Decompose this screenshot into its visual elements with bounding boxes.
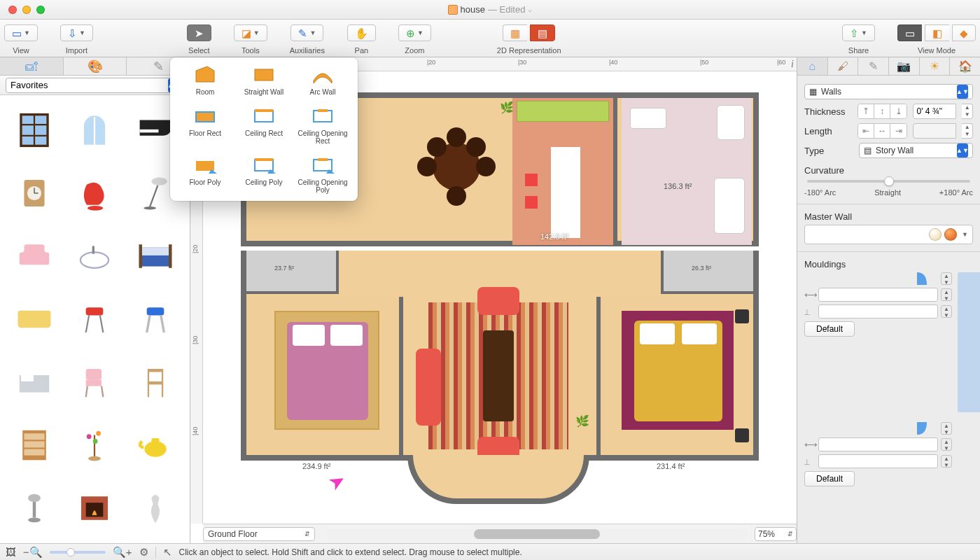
library-tab-materials[interactable]: 🎨 [64, 57, 127, 75]
library-item-window-grid[interactable] [9, 108, 59, 152]
wall-type-select[interactable]: ▤Story Wall ▲▼ [859, 143, 973, 158]
import-button[interactable]: ⇩▼ [60, 24, 93, 41]
inspector-tab-building[interactable]: ⌂ [797, 57, 828, 75]
ruler-v-tick: |20 [192, 245, 199, 253]
length-align-segment[interactable]: ⇤↔⇥ [858, 123, 908, 139]
title-menu-chevron-icon[interactable]: ⌵ [528, 6, 532, 13]
mould-bl-default-button[interactable]: Default [804, 471, 855, 486]
rep2d-alt-button[interactable]: ▤ [530, 24, 555, 41]
library-item-teapot[interactable] [130, 424, 181, 467]
svg-line-30 [147, 315, 150, 332]
library-item-wood-chair[interactable] [130, 360, 181, 404]
mould-bl-width-stepper[interactable]: ▲▼ [941, 438, 952, 451]
wall-tool-icon: ◪ [241, 28, 251, 38]
settings-gear-icon[interactable]: ⚙ [139, 547, 148, 557]
mould-bl-height-input[interactable] [818, 454, 938, 468]
mould-tl-width-stepper[interactable]: ▲▼ [941, 288, 952, 301]
mould-tl-width-input[interactable] [818, 288, 938, 302]
mould-bl-shape-stepper[interactable]: ▲▼ [941, 422, 952, 435]
tool-ceiling-opening-poly[interactable]: Ceiling Opening Poly [295, 155, 351, 194]
zoom-out-icon[interactable]: −🔍 [23, 547, 43, 557]
window-close-icon[interactable] [8, 6, 17, 14]
zoom-button[interactable]: ⊕▼ [398, 24, 431, 41]
inspector-section-select[interactable]: ▦Walls ▲▼ [804, 84, 973, 99]
inspector-tab-paint[interactable]: 🖌 [828, 57, 859, 75]
room-area-bath: 136.3 ft² [664, 182, 692, 190]
curvature-slider[interactable] [807, 180, 970, 183]
library-tab-furniture[interactable]: 🛋 [0, 57, 64, 75]
library-category-select[interactable]: Favorites ▲▼ [6, 78, 184, 93]
mode-3d-icon: ◧ [932, 28, 942, 38]
mould-tl-default-button[interactable]: Default [804, 321, 855, 337]
auxiliaries-button[interactable]: ✎▼ [290, 24, 323, 41]
library-item-plant[interactable] [69, 424, 120, 467]
canvas-zoom-slider[interactable] [50, 551, 106, 554]
status-hint: Click an object to select. Hold Shift an… [179, 547, 522, 557]
camera-icon: 📷 [897, 61, 911, 72]
library-item-bed-blue[interactable] [130, 234, 181, 278]
svg-rect-17 [24, 244, 45, 252]
image-mode-icon[interactable]: 🖼 [6, 547, 16, 557]
canvas-h-scrollbar[interactable] [326, 529, 748, 539]
library-item-blue-stool[interactable] [130, 298, 181, 341]
inspector-tab-camera[interactable]: 📷 [889, 57, 920, 75]
tool-straight-wall[interactable]: Straight Wall [236, 64, 292, 96]
mould-tl-height-stepper[interactable]: ▲▼ [941, 305, 952, 318]
library-item-chair-pink[interactable] [69, 360, 120, 404]
info-icon[interactable]: i [791, 59, 794, 70]
svg-rect-21 [141, 248, 171, 255]
tool-floor-rect[interactable]: Floor Rect [177, 106, 233, 145]
viewmode-walk-button[interactable]: ◆ [952, 24, 976, 41]
zoom-select[interactable]: 75%⇵ [755, 527, 797, 541]
select-tool-button[interactable]: ➤ [187, 24, 211, 41]
view-menu-button[interactable]: ▭▼ [4, 24, 38, 41]
tool-ceiling-poly[interactable]: Ceiling Poly [236, 155, 292, 194]
viewmode-3d-button[interactable]: ◧ [925, 24, 949, 41]
svg-rect-74 [255, 160, 273, 171]
viewmode-2d-button[interactable]: ▭ [897, 24, 922, 41]
tool-room[interactable]: Room [177, 64, 233, 96]
sofa-icon: 🛋 [25, 60, 38, 73]
inspector-tab-house[interactable]: 🏠 [950, 57, 980, 75]
section-value: Walls [821, 87, 841, 97]
mould-tl-height-input[interactable] [818, 304, 938, 318]
master-wall-swatch[interactable]: ▼ [804, 225, 973, 244]
thickness-input[interactable] [913, 104, 956, 119]
mould-bl-height-stepper[interactable]: ▲▼ [941, 455, 952, 468]
window-minimize-icon[interactable] [22, 6, 31, 14]
svg-line-31 [161, 315, 164, 332]
window-zoom-icon[interactable] [36, 6, 45, 14]
mould-tl-shape-stepper[interactable]: ▲▼ [941, 272, 952, 285]
library-item-bathtub[interactable] [69, 234, 120, 278]
length-stepper[interactable]: ▲▼ [962, 123, 973, 139]
pan-button[interactable]: ✋ [347, 24, 376, 41]
tool-ceiling-opening-rect[interactable]: Ceiling Opening Rect [295, 106, 351, 145]
inspector-tab-edit[interactable]: ✎ [858, 57, 889, 75]
tool-ceiling-rect[interactable]: Ceiling Rect [236, 106, 292, 145]
thickness-stepper[interactable]: ▲▼ [962, 104, 973, 119]
story-select[interactable]: Ground Floor⇵ [203, 527, 315, 541]
library-item-armchair-pink[interactable] [9, 234, 59, 278]
library-item-window-arch[interactable] [69, 108, 120, 152]
rep2d-plan-button[interactable]: ▦ [503, 24, 527, 41]
library-grid [0, 95, 190, 543]
library-item-red-stool[interactable] [69, 298, 120, 341]
library-item-bookshelf[interactable] [9, 424, 59, 467]
library-item-red-chair[interactable] [69, 172, 120, 215]
library-item-fireplace[interactable] [69, 486, 120, 530]
library-item-bed-gray[interactable] [9, 360, 59, 404]
zoom-in-icon[interactable]: 🔍+ [113, 547, 132, 557]
tools-menu-button[interactable]: ◪▼ [234, 24, 267, 41]
inspector-tab-light[interactable]: ☀ [920, 57, 951, 75]
tool-floor-poly[interactable]: Floor Poly [177, 155, 233, 194]
library-item-lamp-gray[interactable] [9, 486, 59, 530]
tool-arc-wall[interactable]: Arc Wall [295, 64, 351, 96]
library-item-vase[interactable] [130, 486, 181, 530]
library-item-wallclock[interactable] [9, 172, 59, 215]
share-button[interactable]: ⇧▼ [842, 24, 875, 41]
length-input[interactable] [913, 123, 956, 139]
toolbar-tools-label: Tools [241, 46, 260, 55]
library-item-sofa-yellow[interactable] [9, 298, 59, 341]
thickness-align-segment[interactable]: ⤒↕⤓ [858, 104, 908, 119]
mould-bl-width-input[interactable] [818, 438, 938, 451]
